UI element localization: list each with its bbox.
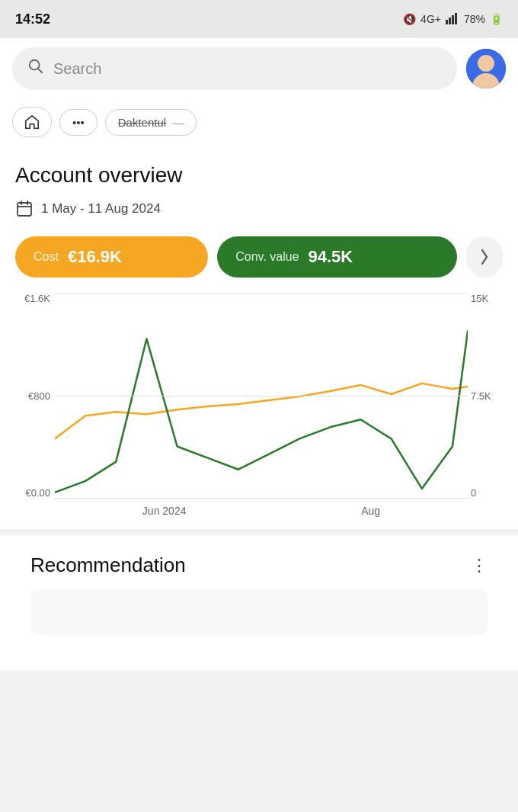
search-bar[interactable]: Search [12,47,457,90]
home-icon [24,114,40,130]
battery-icon: 🔋 [490,13,503,25]
page-title: Account overview [15,163,503,188]
y-left-mid: €800 [28,390,50,402]
x-label-jun: Jun 2024 [142,505,187,517]
chevron-right-icon [481,249,488,265]
cost-label: Cost [34,250,59,264]
status-icons: 🔇 4G+ 78% 🔋 [403,12,503,27]
chip-brand-label: Daktentul [118,116,166,129]
svg-rect-3 [455,13,457,24]
status-time: 14:52 [15,11,50,27]
svg-rect-1 [449,18,451,24]
chip-brand[interactable]: Daktentul — [105,109,197,136]
chip-more[interactable]: ••• [59,109,98,136]
main-content: Account overview 1 May - 11 Aug 2024 Cos… [0,148,518,670]
battery-label: 78% [464,13,485,25]
metrics-row: Cost €16.9K Conv. value 94.5K [15,236,503,278]
chip-brand-dash: — [172,116,184,129]
search-section: Search [0,38,518,99]
chart-y-right: 15K 7.5K 0 [468,293,503,499]
cost-metric-button[interactable]: Cost €16.9K [15,236,208,278]
more-dots-icon: ••• [72,116,85,129]
y-right-bot: 0 [471,487,476,499]
bottom-space [15,647,503,670]
y-right-top: 15K [471,293,488,304]
y-left-bot: €0.00 [25,487,50,499]
svg-rect-0 [446,20,448,24]
avatar[interactable] [466,49,506,88]
conv-value-text: 94.5K [309,247,353,267]
chip-home[interactable] [12,107,52,137]
section-divider [0,529,518,535]
mute-icon: 🔇 [403,13,416,25]
x-label-aug: Aug [361,505,380,517]
recommendation-header: Recommendation ⋮ [30,554,488,577]
svg-line-5 [38,69,42,72]
search-icon [27,58,44,79]
grid-line-mid [55,396,468,396]
recommendation-title: Recommendation [30,554,186,577]
metric-more-button[interactable] [466,236,503,278]
date-range-text: 1 May - 11 Aug 2024 [41,201,161,217]
avatar-image [466,49,506,88]
grid-lines [55,293,468,499]
search-placeholder: Search [53,60,101,78]
recommendation-more-icon[interactable]: ⋮ [471,556,488,576]
signal-icon [446,12,459,27]
cost-value: €16.9K [68,247,122,267]
chart-container: €1.6K €800 €0.00 15K 7.5K 0 [15,293,503,529]
y-left-top: €1.6K [24,293,50,304]
svg-rect-6 [18,203,31,216]
chart-main [55,293,468,499]
date-range[interactable]: 1 May - 11 Aug 2024 [15,200,503,218]
y-right-mid: 7.5K [471,390,491,402]
calendar-icon [15,200,34,218]
network-label: 4G+ [420,13,441,25]
recommendation-section: Recommendation ⋮ [15,535,503,647]
status-bar: 14:52 🔇 4G+ 78% 🔋 [0,0,518,38]
grid-line-top [55,293,468,294]
chart-y-left: €1.6K €800 €0.00 [15,293,55,499]
conv-value-metric-button[interactable]: Conv. value 94.5K [217,236,457,278]
svg-rect-2 [452,15,454,24]
recommendation-card[interactable] [30,589,488,635]
nav-chips: ••• Daktentul — [0,99,518,148]
chart-x-axis: Jun 2024 Aug [55,499,468,529]
conv-label: Conv. value [235,250,299,264]
